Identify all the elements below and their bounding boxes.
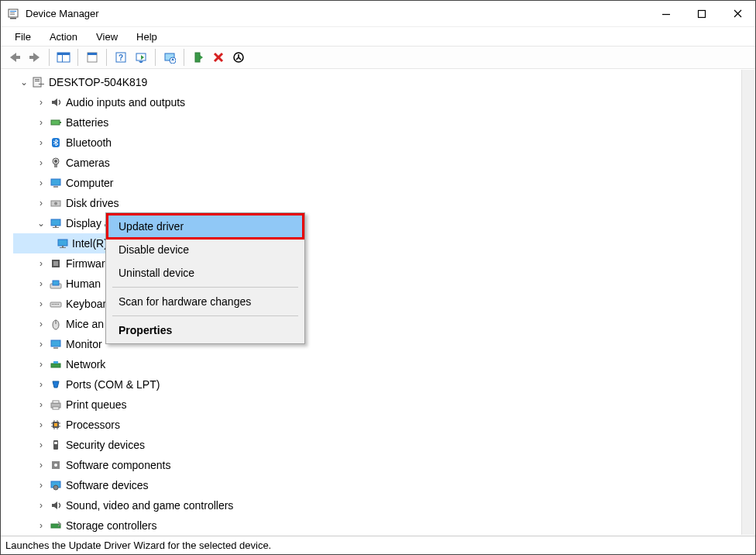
disk-icon xyxy=(49,196,63,210)
context-menu: Update driver Disable device Uninstall d… xyxy=(105,212,305,344)
tree-item-computer[interactable]: › Computer xyxy=(7,173,749,193)
expand-icon[interactable]: › xyxy=(35,198,47,209)
tree-label: Network xyxy=(66,358,105,371)
expand-icon[interactable]: › xyxy=(35,339,47,350)
collapse-icon[interactable]: ⌄ xyxy=(35,218,47,229)
ctx-update-driver[interactable]: Update driver xyxy=(108,215,303,238)
svg-rect-59 xyxy=(51,364,60,367)
tree-item-sound-video-game[interactable]: › Sound, video and game controllers xyxy=(7,495,749,515)
device-tree[interactable]: ⌄ DESKTOP-504K819 › Audio inputs and out… xyxy=(1,69,755,536)
tree-label: Storage controllers xyxy=(66,519,157,532)
forward-button[interactable] xyxy=(26,48,44,67)
svg-rect-52 xyxy=(55,304,56,305)
show-hide-console-button[interactable] xyxy=(54,48,73,67)
svg-rect-10 xyxy=(29,56,33,59)
scan-hardware-button[interactable] xyxy=(132,48,150,67)
mouse-icon xyxy=(49,317,63,331)
svg-rect-44 xyxy=(60,247,66,248)
svg-rect-40 xyxy=(55,226,57,227)
tree-label: Ports (COM & LPT) xyxy=(66,378,160,391)
hid-icon xyxy=(49,277,63,291)
expand-icon[interactable]: › xyxy=(35,157,47,168)
expand-icon[interactable]: › xyxy=(35,399,47,410)
expand-icon[interactable]: › xyxy=(35,117,47,128)
tree-item-processors[interactable]: › Processors xyxy=(7,415,749,435)
expand-icon[interactable]: › xyxy=(35,137,47,148)
ctx-uninstall-device[interactable]: Uninstall device xyxy=(108,261,303,284)
uninstall-device-button[interactable] xyxy=(209,48,228,67)
update-driver-button[interactable] xyxy=(160,48,179,67)
tree-item-storage-controllers[interactable]: › Storage controllers xyxy=(7,515,749,536)
expand-icon[interactable]: › xyxy=(35,520,47,531)
expand-icon[interactable]: › xyxy=(35,319,47,329)
toolbar: ? xyxy=(1,46,755,69)
collapse-icon[interactable]: ⌄ xyxy=(18,77,30,88)
properties-button[interactable] xyxy=(83,48,101,67)
expand-icon[interactable]: › xyxy=(35,178,47,188)
tree-label: Sound, video and game controllers xyxy=(66,499,233,512)
toolbar-separator xyxy=(155,49,156,66)
expand-icon[interactable]: › xyxy=(35,379,47,390)
svg-rect-53 xyxy=(57,304,57,305)
menu-help[interactable]: Help xyxy=(129,29,165,44)
tree-item-software-components[interactable]: › Software components xyxy=(7,455,749,475)
monitor-icon xyxy=(49,176,63,190)
statusbar: Launches the Update Driver Wizard for th… xyxy=(1,536,755,554)
svg-rect-51 xyxy=(53,304,54,305)
svg-point-38 xyxy=(54,202,57,205)
tree-item-security-devices[interactable]: › Security devices xyxy=(7,435,749,455)
svg-point-77 xyxy=(54,464,57,467)
tree-item-disk-drives[interactable]: › Disk drives xyxy=(7,193,749,213)
close-button[interactable] xyxy=(720,1,755,27)
svg-rect-75 xyxy=(54,442,57,444)
svg-rect-26 xyxy=(35,79,40,80)
tree-root[interactable]: ⌄ DESKTOP-504K819 xyxy=(7,72,749,92)
svg-rect-62 xyxy=(53,401,59,403)
svg-rect-74 xyxy=(53,440,58,450)
expand-icon[interactable]: › xyxy=(35,500,47,511)
tree-item-cameras[interactable]: › Cameras xyxy=(7,153,749,173)
tree-item-audio[interactable]: › Audio inputs and outputs xyxy=(7,92,749,112)
tree-label: Processors xyxy=(66,419,120,431)
ctx-disable-device[interactable]: Disable device xyxy=(108,238,303,261)
svg-rect-39 xyxy=(51,219,60,226)
scrollbar[interactable] xyxy=(741,70,754,535)
svg-rect-27 xyxy=(35,81,40,81)
software-components-icon xyxy=(49,458,63,472)
svg-rect-2 xyxy=(10,11,16,12)
ctx-scan-hardware[interactable]: Scan for hardware changes xyxy=(108,290,303,313)
menu-file[interactable]: File xyxy=(7,29,39,44)
menu-action[interactable]: Action xyxy=(42,29,85,44)
tree-item-print-queues[interactable]: › Print queues xyxy=(7,395,749,415)
svg-rect-9 xyxy=(16,56,20,59)
svg-rect-54 xyxy=(58,304,59,305)
expand-icon[interactable]: › xyxy=(35,258,47,269)
svg-rect-28 xyxy=(39,84,44,84)
status-text: Launches the Update Driver Wizard for th… xyxy=(5,539,271,551)
tree-item-ports[interactable]: › Ports (COM & LPT) xyxy=(7,374,749,395)
tree-item-network[interactable]: › Network xyxy=(7,354,749,374)
expand-icon[interactable]: › xyxy=(35,460,47,471)
display-adapter-icon xyxy=(57,236,69,250)
svg-point-33 xyxy=(54,160,57,163)
expand-icon[interactable]: › xyxy=(35,440,47,450)
expand-icon[interactable]: › xyxy=(35,419,47,430)
tree-item-bluetooth[interactable]: › Bluetooth xyxy=(7,133,749,153)
maximize-button[interactable] xyxy=(684,1,720,27)
expand-icon[interactable]: › xyxy=(35,480,47,491)
ctx-properties[interactable]: Properties xyxy=(108,319,303,342)
tree-label: Batteries xyxy=(66,116,108,129)
expand-icon[interactable]: › xyxy=(35,298,47,309)
help-button[interactable]: ? xyxy=(112,48,130,67)
expand-icon[interactable]: › xyxy=(35,359,47,370)
enable-device-button[interactable] xyxy=(189,48,208,67)
back-button[interactable] xyxy=(5,48,24,67)
disable-device-button[interactable] xyxy=(229,48,248,67)
expand-icon[interactable]: › xyxy=(35,278,47,289)
expand-icon[interactable]: › xyxy=(35,97,47,108)
svg-rect-4 xyxy=(10,14,15,15)
minimize-button[interactable] xyxy=(648,1,684,27)
tree-item-batteries[interactable]: › Batteries xyxy=(7,112,749,133)
tree-item-software-devices[interactable]: › Software devices xyxy=(7,475,749,495)
menu-view[interactable]: View xyxy=(88,29,125,44)
